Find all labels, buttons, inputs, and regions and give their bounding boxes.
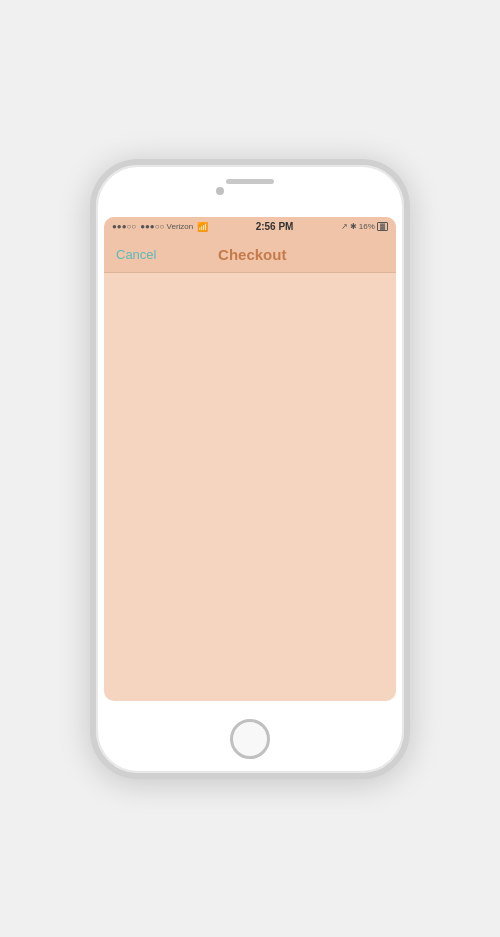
cancel-button[interactable]: Cancel (116, 247, 156, 262)
battery-icon: ▓ (377, 222, 388, 231)
status-bar-time: 2:56 PM (256, 221, 294, 232)
battery-label: 16% (359, 222, 375, 231)
phone-camera (216, 187, 224, 195)
wifi-icon: 📶 (197, 222, 208, 232)
bluetooth-icon: ✱ (350, 222, 357, 231)
phone-frame: ●●●○○ ●●●○○ Verizon 📶 2:56 PM ↗ ✱ 16% ▓ … (90, 159, 410, 779)
carrier-label: ●●●○○ Verizon (140, 222, 193, 231)
page-title: Checkout (218, 246, 286, 263)
location-icon: ↗ (341, 222, 348, 231)
nav-bar: Cancel Checkout (104, 237, 396, 273)
phone-speaker (226, 179, 274, 184)
status-bar-right: ↗ ✱ 16% ▓ (341, 222, 388, 231)
status-bar-left: ●●●○○ ●●●○○ Verizon 📶 (112, 222, 208, 232)
signal-indicator: ●●●○○ (112, 222, 136, 231)
phone-screen: ●●●○○ ●●●○○ Verizon 📶 2:56 PM ↗ ✱ 16% ▓ … (104, 217, 396, 701)
home-button[interactable] (230, 719, 270, 759)
status-bar: ●●●○○ ●●●○○ Verizon 📶 2:56 PM ↗ ✱ 16% ▓ (104, 217, 396, 237)
